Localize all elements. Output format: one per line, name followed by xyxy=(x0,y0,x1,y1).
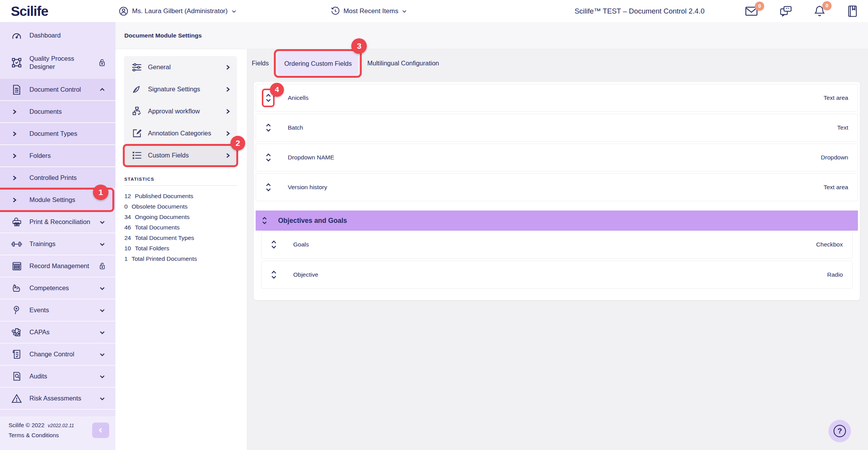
question-mark-icon: ? xyxy=(834,425,846,437)
stat-value: 1 xyxy=(124,253,128,264)
sidebar-item-label: Documents xyxy=(29,108,105,116)
tab-ordering-custom-fields[interactable]: Ordering Custom Fields 3 xyxy=(278,52,358,75)
sidebar-item-label: Change Control xyxy=(29,350,96,358)
drag-handle-icon[interactable] xyxy=(270,270,278,280)
sidebar-item-controlled-prints[interactable]: Controlled Prints xyxy=(0,167,115,189)
sidebar-collapse-button[interactable] xyxy=(92,423,109,438)
menu-item-general[interactable]: General xyxy=(124,56,237,78)
chevron-down-icon xyxy=(231,9,237,14)
tab-multilingual-configuration[interactable]: Multilingual Configuration xyxy=(367,60,439,67)
field-row-batch: Batch Text xyxy=(256,114,858,142)
drag-handle-icon[interactable] xyxy=(261,216,268,225)
history-clock-icon xyxy=(330,6,340,16)
menu-item-signature-settings[interactable]: Signature Settings xyxy=(124,78,237,100)
feedback-chat-button[interactable] xyxy=(780,5,792,17)
sidebar-item-label: Competences xyxy=(29,284,96,292)
records-icon xyxy=(11,261,22,271)
menu-item-annotation-categories[interactable]: Annotation Categories xyxy=(124,122,237,144)
statistics-heading: STATISTICS xyxy=(124,177,247,181)
environment-title: Scilife™ TEST – Document Control 2.4.0 xyxy=(574,7,705,15)
page-title: Document Module Settings xyxy=(115,22,868,39)
sidebar-item-dashboard[interactable]: Dashboard xyxy=(0,24,115,46)
process-designer-icon xyxy=(11,57,22,68)
sidebar-item-print-reconciliation[interactable]: Print & Reconciliation xyxy=(0,211,115,233)
sidebar-item-competences[interactable]: Competences xyxy=(0,277,115,299)
recent-items-menu[interactable]: Most Recent Items xyxy=(330,6,407,16)
chevron-right-icon xyxy=(225,86,231,92)
warning-triangle-icon xyxy=(11,394,22,404)
stat-label: Total Documents xyxy=(135,222,179,233)
stat-value: 46 xyxy=(124,222,131,233)
stat-value: 34 xyxy=(124,212,131,222)
notifications-bell-button[interactable]: 0 xyxy=(814,5,825,17)
chevron-right-icon xyxy=(225,130,231,137)
tab-fields[interactable]: Fields xyxy=(252,60,269,67)
version-text: v2022.02.11 xyxy=(48,423,74,428)
sidebar-item-record-management[interactable]: Record Management xyxy=(0,255,115,277)
sidebar-item-trainings[interactable]: Trainings xyxy=(0,233,115,255)
chevron-down-icon xyxy=(99,307,105,313)
stat-ongoing-documents: 34Ongoing Documents xyxy=(124,212,247,222)
sidebar-item-risk-assessments[interactable]: Risk Assessments xyxy=(0,388,115,410)
sidebar: Dashboard Quality Process Designer Docum… xyxy=(0,22,115,450)
field-row-version-history: Version history Text area xyxy=(256,173,858,201)
field-row-goals: Goals Checkbox xyxy=(261,231,853,258)
stat-value: 10 xyxy=(124,243,131,253)
sidebar-item-module-settings[interactable]: Module Settings 1 xyxy=(0,189,115,211)
chevron-down-icon xyxy=(99,329,105,335)
chevron-down-icon xyxy=(99,351,105,358)
sidebar-item-capas[interactable]: CAPAs xyxy=(0,322,115,344)
messages-button[interactable]: 0 xyxy=(745,5,758,17)
stat-label: Obsolete Documents xyxy=(132,201,188,212)
stat-label: Total Printed Documents xyxy=(132,253,197,264)
drag-handle-icon[interactable] xyxy=(265,182,272,192)
chevron-right-icon xyxy=(12,175,22,181)
sidebar-item-folders[interactable]: Folders xyxy=(0,145,115,167)
user-menu-label: Ms. Laura Gilbert (Administrator) xyxy=(132,7,228,15)
stat-published-documents: 12Published Documents xyxy=(124,191,247,201)
sidebar-item-change-control[interactable]: Change Control xyxy=(0,344,115,366)
sidebar-item-label: Folders xyxy=(29,152,105,160)
edit-square-icon xyxy=(131,128,143,139)
lock-icon xyxy=(99,58,105,67)
menu-item-label: Custom Fields xyxy=(148,152,225,159)
field-type: Text area xyxy=(823,184,848,191)
chevron-right-icon xyxy=(12,197,22,203)
menu-item-approval-workflow[interactable]: Approval workflow xyxy=(124,100,237,122)
sidebar-item-events[interactable]: Events xyxy=(0,299,115,322)
chevron-down-icon xyxy=(99,395,105,402)
stat-total-folders: 10Total Folders xyxy=(124,243,247,253)
chevron-right-icon xyxy=(12,153,22,159)
chevron-down-icon xyxy=(402,9,407,14)
stat-label: Total Document Types xyxy=(135,233,194,243)
chevron-right-icon xyxy=(12,109,22,115)
menu-item-label: Annotation Categories xyxy=(148,130,225,137)
field-group-objectives-and-goals: Objectives and Goals xyxy=(256,210,858,231)
scilife-logo: Scilife xyxy=(11,3,48,19)
knowledge-base-button[interactable] xyxy=(847,5,858,17)
sidebar-item-audits[interactable]: Audits xyxy=(0,366,115,388)
drag-handle-icon[interactable] xyxy=(265,152,272,163)
feather-pen-icon xyxy=(131,84,143,94)
stat-total-documents: 46Total Documents xyxy=(124,222,247,233)
sidebar-footer: Scilife © 2022 v2022.02.11 Terms & Condi… xyxy=(0,416,115,450)
drag-handle-icon[interactable] xyxy=(265,123,272,133)
sidebar-item-quality-process-designer[interactable]: Quality Process Designer xyxy=(0,46,115,79)
main-content: Fields Ordering Custom Fields 3 Multilin… xyxy=(247,49,868,450)
drag-handle-icon[interactable] xyxy=(270,240,278,250)
stat-total-document-types: 24Total Document Types xyxy=(124,233,247,243)
puzzle-icon xyxy=(11,327,22,337)
magnifier-event-icon xyxy=(11,305,22,315)
menu-item-custom-fields[interactable]: Custom Fields 2 xyxy=(124,144,237,166)
workflow-icon xyxy=(131,106,143,116)
user-menu[interactable]: Ms. Laura Gilbert (Administrator) xyxy=(119,6,237,16)
drag-handle-icon[interactable]: 4 xyxy=(265,93,272,103)
field-row-anicells: 4 Anicells Text area xyxy=(256,84,858,112)
sidebar-item-label: Trainings xyxy=(29,240,96,248)
notifications-count-badge: 0 xyxy=(822,1,832,10)
help-button[interactable]: ? xyxy=(828,420,851,442)
sidebar-item-document-control[interactable]: Document Control xyxy=(0,79,115,101)
sidebar-item-documents[interactable]: Documents xyxy=(0,101,115,123)
stat-value: 12 xyxy=(124,191,131,201)
sidebar-item-document-types[interactable]: Document Types xyxy=(0,123,115,145)
